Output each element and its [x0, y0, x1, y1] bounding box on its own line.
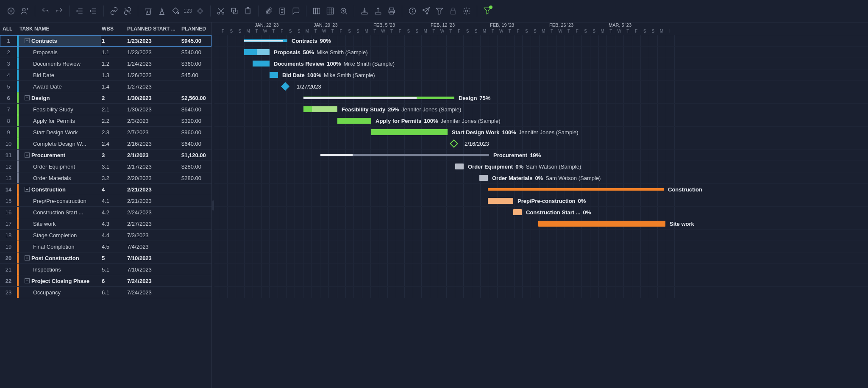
task-row[interactable]: 21Inspections5.17/10/2023: [0, 264, 211, 275]
col-header-all[interactable]: ALL: [0, 26, 17, 32]
col-header-name[interactable]: TASK NAME: [17, 26, 101, 32]
paste-icon[interactable]: [242, 5, 254, 17]
summary-bar[interactable]: [320, 154, 489, 156]
task-name-cell[interactable]: Prep/Pre-construction: [17, 195, 101, 206]
wbs-cell[interactable]: 6: [101, 278, 126, 284]
milestone-marker[interactable]: [281, 82, 289, 91]
date-cell[interactable]: 1/26/2023: [126, 72, 181, 78]
wbs-cell[interactable]: 2.2: [101, 118, 126, 124]
task-row[interactable]: 16Construction Start ...4.22/24/2023: [0, 207, 211, 218]
wbs-cell[interactable]: 4.3: [101, 221, 126, 227]
summary-bar[interactable]: [244, 39, 287, 42]
task-name-cell[interactable]: Order Materials: [17, 172, 101, 183]
task-row[interactable]: 13Order Materials3.22/20/2023$280.00: [0, 172, 211, 184]
task-name-cell[interactable]: −Post Construction: [17, 252, 101, 263]
wbs-cell[interactable]: 1.2: [101, 61, 126, 67]
active-filter-icon[interactable]: [481, 5, 494, 17]
date-cell[interactable]: 7/10/2023: [126, 255, 181, 261]
cost-cell[interactable]: $640.00: [181, 106, 211, 113]
wbs-cell[interactable]: 1.4: [101, 83, 126, 90]
date-cell[interactable]: 1/23/2023: [126, 38, 181, 44]
info-icon[interactable]: [406, 5, 419, 17]
collapse-toggle-icon[interactable]: −: [25, 187, 30, 192]
collapse-toggle-icon[interactable]: −: [25, 95, 30, 100]
task-name-cell[interactable]: −Design: [17, 92, 101, 103]
filter-icon[interactable]: [433, 5, 446, 17]
task-row[interactable]: 20−Post Construction57/10/2023: [0, 252, 211, 264]
gantt-chart[interactable]: JAN, 22 '23JAN, 29 '23FEB, 5 '23FEB, 12 …: [214, 22, 868, 388]
wbs-cell[interactable]: 1.3: [101, 72, 126, 78]
task-row[interactable]: 9Start Design Work2.32/7/2023$960.00: [0, 127, 211, 138]
add-task-icon[interactable]: [5, 5, 17, 17]
cost-cell[interactable]: $960.00: [181, 129, 211, 136]
attachment-icon[interactable]: [262, 5, 275, 17]
import-icon[interactable]: [358, 5, 371, 17]
date-cell[interactable]: 1/30/2023: [126, 106, 181, 113]
task-name-cell[interactable]: Stage Completion: [17, 230, 101, 241]
task-bar[interactable]: [371, 129, 448, 135]
redo-icon[interactable]: [53, 5, 65, 17]
date-cell[interactable]: 2/3/2023: [126, 118, 181, 124]
date-cell[interactable]: 7/4/2023: [126, 244, 181, 250]
task-row[interactable]: 19Final Completion4.57/4/2023: [0, 241, 211, 252]
grid-view-icon[interactable]: [324, 5, 337, 17]
task-bar[interactable]: [479, 175, 488, 181]
wbs-cell[interactable]: 2: [101, 95, 126, 101]
wbs-cell[interactable]: 1.1: [101, 49, 126, 55]
col-header-date[interactable]: PLANNED START ...: [126, 26, 181, 32]
collapse-toggle-icon[interactable]: −: [25, 255, 30, 261]
task-row[interactable]: 15Prep/Pre-construction4.12/21/2023: [0, 195, 211, 207]
col-header-wbs[interactable]: WBS: [101, 26, 126, 32]
task-bar[interactable]: [488, 198, 513, 204]
task-name-cell[interactable]: −Procurement: [17, 150, 101, 161]
date-cell[interactable]: 7/24/2023: [126, 289, 181, 296]
undo-icon[interactable]: [39, 5, 52, 17]
task-name-cell[interactable]: Occupancy: [17, 287, 101, 298]
task-bar[interactable]: [253, 61, 270, 67]
wbs-cell[interactable]: 3.2: [101, 175, 126, 181]
cut-icon[interactable]: [214, 5, 227, 17]
wbs-cell[interactable]: 2.4: [101, 141, 126, 147]
wbs-cell[interactable]: 1: [101, 38, 126, 44]
wbs-cell[interactable]: 3: [101, 152, 126, 158]
task-name-cell[interactable]: Bid Date: [17, 69, 101, 80]
task-name-cell[interactable]: Documents Review: [17, 58, 101, 69]
cost-cell[interactable]: $45.00: [181, 72, 211, 78]
date-cell[interactable]: 1/24/2023: [126, 61, 181, 67]
collapse-toggle-icon[interactable]: −: [25, 38, 30, 43]
date-cell[interactable]: 2/21/2023: [126, 198, 181, 204]
date-cell[interactable]: 2/16/2023: [126, 141, 181, 147]
task-name-cell[interactable]: −Contracts: [17, 35, 101, 46]
task-bar[interactable]: [337, 118, 371, 124]
wbs-cell[interactable]: 5.1: [101, 266, 126, 273]
cost-cell[interactable]: $640.00: [181, 141, 211, 147]
col-header-cost[interactable]: PLANNED: [181, 26, 211, 32]
task-row[interactable]: 14−Construction42/21/2023: [0, 184, 211, 195]
task-row[interactable]: 5Award Date1.41/27/2023: [0, 81, 211, 92]
date-cell[interactable]: 7/3/2023: [126, 232, 181, 238]
date-cell[interactable]: 1/27/2023: [126, 83, 181, 90]
task-bar[interactable]: [244, 49, 270, 55]
delete-icon[interactable]: [142, 5, 155, 17]
task-row[interactable]: 17Site work4.32/27/2023: [0, 218, 211, 230]
date-cell[interactable]: 2/21/2023: [126, 186, 181, 193]
task-row[interactable]: 11−Procurement32/1/2023$1,120.00: [0, 150, 211, 161]
task-name-cell[interactable]: Award Date: [17, 81, 101, 92]
cost-cell[interactable]: $280.00: [181, 164, 211, 170]
summary-bar[interactable]: [303, 97, 454, 99]
zoom-icon[interactable]: [337, 5, 350, 17]
comments-icon[interactable]: [289, 5, 302, 17]
cost-cell[interactable]: $280.00: [181, 175, 211, 181]
wbs-cell[interactable]: 4: [101, 186, 126, 193]
task-name-cell[interactable]: Complete Design W...: [17, 138, 101, 149]
date-cell[interactable]: 1/30/2023: [126, 95, 181, 101]
collapse-toggle-icon[interactable]: −: [25, 152, 30, 158]
task-name-cell[interactable]: Apply for Permits: [17, 115, 101, 126]
task-row[interactable]: 10Complete Design W...2.42/16/2023$640.0…: [0, 138, 211, 150]
date-cell[interactable]: 2/17/2023: [126, 164, 181, 170]
task-row[interactable]: 2Proposals1.11/23/2023$540.00: [0, 47, 211, 58]
task-name-cell[interactable]: Inspections: [17, 264, 101, 275]
wbs-cell[interactable]: 3.1: [101, 164, 126, 170]
date-cell[interactable]: 7/10/2023: [126, 266, 181, 273]
wbs-cell[interactable]: 4.2: [101, 209, 126, 216]
